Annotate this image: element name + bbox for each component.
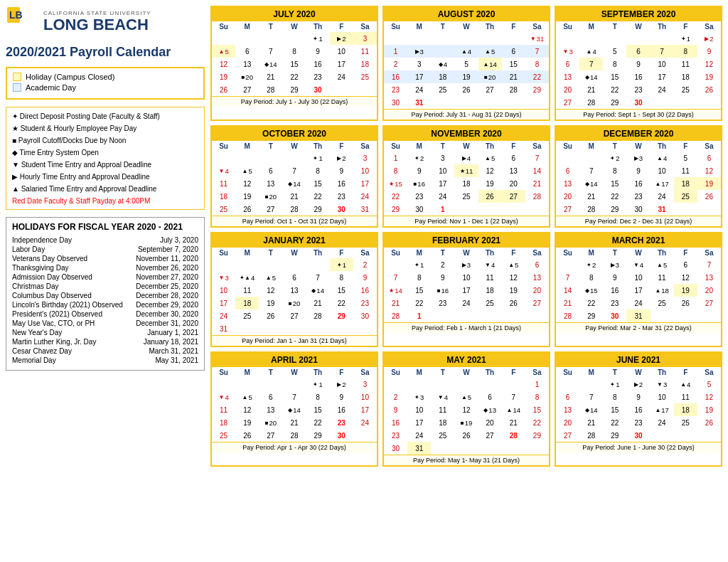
may-pay-period: Pay Period: May 1- May 31 (21 Days) xyxy=(384,455,549,465)
september-pay-period: Pay Period: Sept 1 - Sept 30 (22 Days) xyxy=(556,109,721,120)
holiday-label: Holiday (Campus Closed) xyxy=(26,73,114,81)
sidebar: LB CALIFORNIA STATE UNIVERSITY LONG BEAC… xyxy=(6,6,205,467)
legend-holiday: Holiday (Campus Closed) xyxy=(13,73,198,81)
holiday-thanksgiving: Thanksgiving Day November 26, 2020 xyxy=(12,264,198,272)
october-pay-period: Pay Period: Oct 1 - Oct 31 (22 Days) xyxy=(212,216,377,226)
march-header: MARCH 2021 xyxy=(556,233,721,248)
november-pay-period: Pay Period: Nov 1 - Dec 1 (22 Days) xyxy=(384,216,549,226)
october-header: OCTOBER 2020 xyxy=(212,127,377,141)
march-pay-period: Pay Period: Mar 2 - Mar 31 (22 Days) xyxy=(556,322,721,333)
holidays-title: HOLIDAYS FOR FISCAL YEAR 2020 - 2021 xyxy=(12,222,198,232)
holiday-newyear: New Year's Day January 1, 2021 xyxy=(12,329,198,336)
holiday-columbus: Columbus Day Observed December 28, 2020 xyxy=(12,292,198,299)
august-header: AUGUST 2020 xyxy=(384,7,549,21)
legend-academic: Academic Day xyxy=(13,83,198,92)
month-january-2021: JANUARY 2021 SuMTWThFSa ✦1 2 ▼3 ✦▲4 ▲5 6… xyxy=(210,232,378,347)
symbol-cross: ✦ Direct Deposit Posting Date (Faculty &… xyxy=(12,112,198,122)
month-september-2020: SEPTEMBER 2020 SuMTWThFSa ✦1 ▶2 ▼3 ▲4 5 … xyxy=(555,6,722,121)
logo-icon: LB xyxy=(6,6,38,38)
september-header: SEPTEMBER 2020 xyxy=(556,7,721,21)
june-pay-period: Pay Period: June 1 - June 30 (22 Days) xyxy=(556,442,721,452)
month-november-2020: NOVEMBER 2020 SuMTWThFSa 1 ✦2 3 ▶4 ▲5 67… xyxy=(382,125,550,228)
november-header: NOVEMBER 2020 xyxy=(384,127,549,141)
december-pay-period: Pay Period: Dec 2 - Dec 31 (22 Days) xyxy=(556,216,721,226)
month-december-2020: DECEMBER 2020 SuMTWThFSa ✦2 ▶3 ▲4 56 678… xyxy=(555,125,722,228)
january-header: JANUARY 2021 xyxy=(212,233,377,248)
holiday-presidents: President's (2021) Observed December 30,… xyxy=(12,310,198,318)
july-header: JULY 2020 xyxy=(212,7,377,21)
february-header: FEBRUARY 2021 xyxy=(384,233,549,248)
legend-box: Holiday (Campus Closed) Academic Day xyxy=(6,67,205,100)
academic-swatch xyxy=(13,83,21,92)
academic-label: Academic Day xyxy=(26,83,76,92)
red-note: Red Date Faculty & Staff Payday at 4:00P… xyxy=(12,197,198,205)
month-may-2021: MAY 2021 SuMTWThFSa 1 2 ✦3 ▼4 ▲5 678 91 xyxy=(382,351,550,467)
february-pay-period: Pay Period: Feb 1 - March 1 (21 Days) xyxy=(384,322,549,333)
month-august-2020: AUGUST 2020 SuMTWThFSa ▼31 1 ▶3 ▲4 ▲5 6 xyxy=(382,6,550,121)
holiday-admission: Admission Day Observed November 27, 2020 xyxy=(12,273,198,281)
april-pay-period: Pay Period: Apr 1 - Apr 30 (22 Days) xyxy=(212,442,377,452)
month-july-2020: JULY 2020 SuMTWThFSa ✦1 ▶2 3 ▲5 67891011… xyxy=(210,6,378,121)
may-header: MAY 2021 xyxy=(384,353,549,367)
page-title: 2020/2021 Payroll Calendar xyxy=(6,45,205,60)
svg-text:LB: LB xyxy=(9,9,23,21)
june-header: JUNE 2021 xyxy=(556,353,721,367)
august-pay-period: Pay Period: July 31 - Aug 31 (22 Days) xyxy=(384,109,549,120)
symbol-star: ★ Student & Hourly Employee Pay Day xyxy=(12,124,198,134)
calendar-grid: JULY 2020 SuMTWThFSa ✦1 ▶2 3 ▲5 67891011… xyxy=(210,6,722,467)
symbol-triup: ▲ Salaried Time Entry and Approval Deadl… xyxy=(12,184,198,194)
holidays-box: HOLIDAYS FOR FISCAL YEAR 2020 - 2021 Ind… xyxy=(6,217,205,371)
month-june-2021: JUNE 2021 SuMTWThFSa ✦1 ▶2 ▼3 ▲4 5 67891… xyxy=(555,351,722,467)
logo-area: LB CALIFORNIA STATE UNIVERSITY LONG BEAC… xyxy=(6,6,205,38)
holiday-vac: May Use Vac, CTO, or PH December 31, 202… xyxy=(12,319,198,327)
holiday-memorial: Memorial Day May 31, 2021 xyxy=(12,356,198,364)
july-pay-period: Pay Period: July 1 - July 30 (22 Days) xyxy=(212,96,377,107)
january-pay-period: Pay Period: Jan 1 - Jan 31 (21 Days) xyxy=(212,335,377,346)
holiday-labor: Labor Day September 7, 2020 xyxy=(12,245,198,253)
month-april-2021: APRIL 2021 SuMTWThFSa ✦1 ▶2 3 ▼4 ▲5 6789… xyxy=(210,351,378,467)
december-header: DECEMBER 2020 xyxy=(556,127,721,141)
symbols-box: ✦ Direct Deposit Posting Date (Faculty &… xyxy=(6,107,205,210)
holiday-lincoln: Lincoln's Birthday (2021) Observed Decem… xyxy=(12,301,198,309)
symbol-square: ■ Payroll Cutoff/Docks Due by Noon xyxy=(12,136,198,146)
symbol-diamond: ◆ Time Entry System Open xyxy=(12,148,198,158)
holiday-independence: Independence Day July 3, 2020 xyxy=(12,236,198,244)
holiday-mlk: Martin Luther King, Jr. Day January 18, … xyxy=(12,338,198,346)
holiday-swatch xyxy=(13,73,21,81)
symbol-arrow: ▶ Hourly Time Entry and Approval Deadlin… xyxy=(12,172,198,182)
month-october-2020: OCTOBER 2020 SuMTWThFSa ✦1 ▶2 3 ▼4 ▲5 67… xyxy=(210,125,378,228)
logo-text: CALIFORNIA STATE UNIVERSITY LONG BEACH xyxy=(43,10,151,33)
main-container: LB CALIFORNIA STATE UNIVERSITY LONG BEAC… xyxy=(0,0,728,472)
holiday-veterans: Veterans Day Observed November 11, 2020 xyxy=(12,255,198,263)
month-february-2021: FEBRUARY 2021 SuMTWThFSa ✦1 2 ▶3 ▼4 ▲5 6… xyxy=(382,232,550,347)
symbol-tridown: ▼ Student Time Entry and Approal Deadlin… xyxy=(12,160,198,170)
logo-main: LONG BEACH xyxy=(43,16,151,33)
month-march-2021: MARCH 2021 SuMTWThFSa ✦2 ▶3 ▼4 ▲5 67 789… xyxy=(555,232,722,347)
holiday-christmas: Christmas Day December 25, 2020 xyxy=(12,282,198,290)
holiday-cesar: Cesar Chavez Day March 31, 2021 xyxy=(12,347,198,355)
april-header: APRIL 2021 xyxy=(212,353,377,367)
